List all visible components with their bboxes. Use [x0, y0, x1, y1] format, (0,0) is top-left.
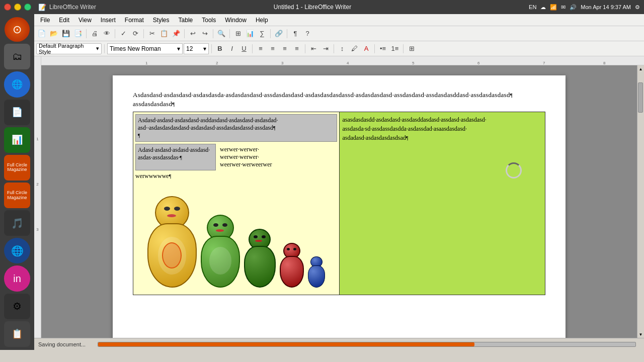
italic-button[interactable]: I [226, 43, 237, 54]
statusbar: Saving document... [34, 338, 644, 350]
selected-text-cell: Asdasd·asdasd·asdasdasd·asddasdasd·asdas… [135, 114, 337, 142]
scroll-thumb[interactable] [638, 82, 643, 113]
font-color-button[interactable]: A [361, 43, 372, 54]
toolbar-sep1 [86, 29, 87, 38]
new-doc-button[interactable]: 📄 [36, 28, 47, 39]
align-left-button[interactable]: ≡ [255, 43, 266, 54]
menu-view[interactable]: View [74, 16, 96, 25]
vertical-scrollbar: ▲ ▼ [637, 65, 644, 338]
sidebar-item-app3[interactable]: 🎵 [4, 210, 30, 236]
insert-table-button[interactable]: ⊞ [232, 28, 244, 39]
menu-edit[interactable]: Edit [55, 16, 73, 25]
scroll-down-button[interactable]: ▼ [637, 331, 645, 338]
formatting-toolbar: Default Paragraph Style ▾ Times New Roma… [34, 41, 644, 56]
menu-tools[interactable]: Tools [198, 16, 220, 25]
maximize-button[interactable] [24, 4, 31, 11]
writer-icon: 📄 [12, 107, 23, 118]
menu-table[interactable]: Table [175, 16, 197, 25]
sidebar-item-app6[interactable]: ⚙ [4, 294, 30, 319]
undo-button[interactable]: ↩ [187, 28, 198, 39]
fmt-sep1 [104, 44, 105, 53]
underline-button[interactable]: U [238, 43, 250, 54]
preview-button[interactable]: 👁 [101, 28, 112, 39]
cut-button[interactable]: ✂ [146, 28, 157, 39]
close-button[interactable] [4, 4, 11, 11]
ruler-mark-3: 3 [281, 61, 283, 65]
ruler-num-3: 3 [36, 227, 38, 273]
help-button[interactable]: ? [302, 28, 313, 39]
sidebar-item-browser[interactable]: 🌐 [4, 71, 30, 97]
scroll-track[interactable] [637, 72, 644, 331]
email-icon: ✉ [561, 4, 566, 11]
hyperlink-button[interactable]: 🔗 [273, 28, 284, 39]
menu-file[interactable]: File [36, 16, 54, 25]
bold-button[interactable]: B [214, 43, 225, 54]
insert-chart-button[interactable]: 📊 [245, 28, 256, 39]
menu-styles[interactable]: Styles [149, 16, 174, 25]
sidebar-item-files[interactable]: 🗂 [4, 44, 30, 69]
fmt-sep4 [305, 44, 305, 53]
window-title: Untitled 1 - LibreOffice Writer [96, 4, 529, 11]
list-bullet-button[interactable]: •≡ [377, 43, 388, 54]
progress-bar-container [98, 342, 636, 347]
open-button[interactable]: 📂 [48, 28, 59, 39]
sidebar-item-app4[interactable]: 🌐 [4, 238, 30, 263]
cloud-icon: ☁ [540, 4, 546, 11]
export-pdf-button[interactable]: 📑 [72, 28, 84, 39]
font-size-arrow: ▾ [203, 45, 206, 52]
menu-insert[interactable]: Insert [97, 16, 120, 25]
align-justify-button[interactable]: ≡ [291, 43, 302, 54]
redo-button[interactable]: ↪ [199, 28, 210, 39]
document-scroll[interactable]: Asdasdasd·asdasdasd·asdasdasda·asdasdasd… [41, 65, 637, 338]
sidebar-item-spreadsheet[interactable]: 📊 [4, 127, 30, 153]
table-cell-1-2[interactable]: asasdasdasdd·asdasdasd·assdasddasdasd·as… [339, 112, 545, 295]
list-number-button[interactable]: 1≡ [389, 43, 400, 54]
save-button[interactable]: 💾 [60, 28, 71, 39]
sidebar-item-app5[interactable]: in [4, 265, 30, 291]
sidebar-item-magazine2[interactable]: Full CircleMagazine [4, 183, 30, 208]
insert-formula-button[interactable]: ∑ [257, 28, 268, 39]
paragraph-style-value: Default Paragraph Style [39, 43, 94, 55]
align-right-button[interactable]: ≡ [279, 43, 290, 54]
app7-icon: 📋 [12, 328, 23, 339]
doll-2 [201, 215, 240, 288]
copy-button[interactable]: 📋 [158, 28, 170, 39]
print-button[interactable]: 🖨 [89, 28, 100, 39]
nonprint-chars-button[interactable]: ¶ [290, 28, 301, 39]
menu-format[interactable]: Format [121, 16, 148, 25]
font-name-value: Times New Roman [110, 45, 161, 52]
find-button[interactable]: 🔍 [216, 28, 227, 39]
app6-icon: ⚙ [13, 300, 22, 312]
font-name-arrow: ▾ [177, 45, 180, 52]
toolbar-sep4 [184, 29, 185, 38]
left-ruler: 1 2 3 [34, 56, 41, 338]
horizontal-ruler: 1 2 3 4 5 6 7 8 [41, 56, 644, 65]
sidebar-item-magazine1[interactable]: Full CircleMagazine [4, 155, 30, 180]
highlight-button[interactable]: 🖊 [349, 43, 360, 54]
minimize-button[interactable] [14, 4, 21, 11]
font-name-dropdown[interactable]: Times New Roman ▾ [107, 43, 183, 54]
paragraph-style-dropdown[interactable]: Default Paragraph Style ▾ [36, 43, 102, 54]
menu-help[interactable]: Help [252, 16, 272, 25]
progress-bar [98, 342, 474, 346]
saving-label: Saving document... [38, 341, 86, 347]
indent-dec-button[interactable]: ⇤ [308, 43, 319, 54]
app-icon: 📝 [38, 4, 46, 11]
toolbar-sep7 [270, 29, 271, 38]
extra-button[interactable]: ⊞ [406, 43, 417, 54]
align-center-button[interactable]: ≡ [267, 43, 278, 54]
indent-inc-button[interactable]: ⇥ [320, 43, 331, 54]
scroll-up-button[interactable]: ▲ [637, 65, 645, 72]
spellcheck-button[interactable]: ✓ [118, 28, 129, 39]
spellcheck-auto-button[interactable]: ⟳ [130, 28, 141, 39]
menu-window[interactable]: Window [221, 16, 251, 25]
font-size-dropdown[interactable]: 12 ▾ [184, 43, 209, 54]
table-cell-1-1[interactable]: Asdasd·asdasd·asdasdasd·asddasdasd·asdas… [133, 112, 340, 295]
settings-icon[interactable]: ⚙ [635, 4, 640, 11]
sidebar-item-ubuntu[interactable]: ⊙ [5, 17, 30, 42]
ruler-mark-6: 6 [477, 61, 479, 65]
sidebar-item-app7[interactable]: 📋 [4, 321, 30, 347]
paste-button[interactable]: 📌 [171, 28, 182, 39]
sidebar-item-libreoffice[interactable]: 📄 [4, 100, 30, 125]
line-spacing-button[interactable]: ↕ [337, 43, 348, 54]
